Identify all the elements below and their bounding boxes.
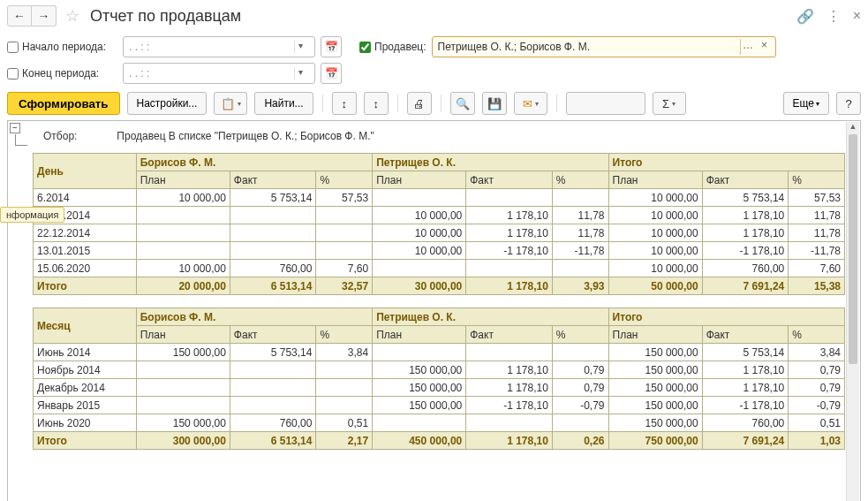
cell	[552, 189, 608, 207]
start-period-checkbox-wrap: Начало периода:	[7, 41, 117, 53]
generate-button[interactable]: Сформировать	[7, 92, 120, 115]
cell	[230, 379, 316, 397]
cell: 0,26	[552, 432, 608, 450]
date-cell: Июнь 2014	[34, 344, 137, 361]
cell: 1 178,10	[466, 432, 553, 450]
cell	[316, 224, 373, 242]
cell: 1 178,10	[466, 207, 553, 224]
close-icon[interactable]: ×	[853, 8, 861, 24]
collapse-all-toggle[interactable]: −	[10, 123, 20, 133]
start-period-dropdown-icon[interactable]: ▾	[298, 41, 311, 53]
cell: 3,93	[552, 277, 608, 295]
cell: -1 178,10	[702, 242, 789, 260]
nav-forward-button[interactable]: →	[32, 5, 57, 27]
end-calendar-button[interactable]: 📅	[321, 63, 342, 84]
cell: -1 178,10	[466, 397, 553, 414]
table-row: Июнь 2014150 000,005 753,143,84150 000,0…	[34, 344, 845, 361]
end-period-input[interactable]: . . : : ▾	[123, 63, 315, 84]
seller-select-button[interactable]: …	[740, 39, 756, 55]
toolbar-separator	[441, 95, 442, 112]
seller-checkbox-wrap: Продавец:	[359, 41, 426, 53]
vertical-scrollbar[interactable]: ▲ ▼	[846, 122, 859, 501]
end-period-checkbox[interactable]	[7, 68, 19, 80]
cell: 11,78	[552, 207, 608, 224]
filter-text: Продавец В списке "Петрищев О. К.; Борис…	[117, 130, 374, 142]
date-cell: Июнь 2020	[34, 414, 137, 432]
expand-levels-button[interactable]: ↕	[332, 92, 357, 115]
start-period-input[interactable]: . . : : ▾	[123, 36, 315, 57]
end-period-placeholder: . . : :	[129, 67, 149, 80]
cell	[373, 260, 466, 277]
cell: 10 000,00	[373, 207, 466, 224]
table-row: Декабрь 2014150 000,001 178,100,79150 00…	[34, 379, 845, 397]
cell: 6 513,14	[230, 432, 316, 450]
end-period-dropdown-icon[interactable]: ▾	[298, 67, 311, 80]
find-button[interactable]: Найти...	[254, 92, 313, 115]
date-cell: 22.12.2014	[34, 224, 137, 242]
save-button[interactable]: 💾	[482, 92, 507, 115]
cell: 5 753,14	[230, 189, 316, 207]
report-area: − Отбор: Продавец В списке "Петрищев О. …	[7, 120, 861, 501]
scroll-up-icon[interactable]: ▲	[847, 122, 859, 134]
link-icon[interactable]: 🔗	[796, 8, 814, 25]
seller-clear-button[interactable]: ×	[758, 39, 772, 55]
cell: 760,00	[230, 414, 316, 432]
cell	[230, 207, 316, 224]
cell	[466, 344, 553, 361]
blank-field[interactable]	[566, 92, 645, 115]
seller-input[interactable]: Петрищев О. К.; Борисов Ф. М. … ×	[432, 36, 776, 57]
cell	[552, 344, 608, 361]
cell: 0,79	[552, 379, 608, 397]
mail-icon: ✉	[523, 97, 532, 110]
seller-header: Борисов Ф. М.	[136, 154, 372, 171]
cell	[136, 242, 230, 260]
collapse-levels-button[interactable]: ↕	[364, 92, 389, 115]
titlebar-actions: 🔗 ⋮ ×	[796, 8, 861, 25]
cell: 11,78	[789, 207, 845, 224]
table-row: 21.11.201410 000,001 178,1011,7810 000,0…	[34, 207, 845, 224]
tree-line	[15, 134, 16, 145]
pct-header: %	[552, 326, 608, 344]
cell	[373, 414, 466, 432]
day-table: ДеньБорисов Ф. М.Петрищев О. К.ИтогоПлан…	[33, 153, 845, 295]
more-button[interactable]: Еще ▾	[783, 92, 829, 115]
sigma-button[interactable]: Σ	[653, 92, 686, 115]
cell: 10 000,00	[136, 260, 230, 277]
seller-header: Петрищев О. К.	[373, 308, 608, 326]
cell: 1 178,10	[702, 361, 789, 379]
help-button[interactable]: ?	[836, 92, 861, 115]
cell: 57,53	[789, 189, 845, 207]
seller-checkbox[interactable]	[359, 42, 371, 53]
cell	[316, 397, 373, 414]
cell: 50 000,00	[608, 277, 702, 295]
total-label: Итого	[34, 432, 137, 450]
paste-button[interactable]: 📋	[214, 92, 247, 115]
scroll-thumb-v[interactable]	[849, 134, 857, 364]
plan-header: План	[136, 171, 230, 189]
cell: -11,78	[552, 242, 608, 260]
cell: 7,60	[316, 260, 373, 277]
print-button[interactable]: 🖨	[407, 92, 432, 115]
sigma-icon: Σ	[662, 97, 669, 110]
cell: 1 178,10	[702, 379, 789, 397]
cell: 5 753,14	[702, 189, 789, 207]
start-calendar-button[interactable]: 📅	[321, 36, 342, 57]
cell: 1 178,10	[466, 224, 553, 242]
start-period-checkbox[interactable]	[7, 42, 19, 53]
cell	[316, 207, 373, 224]
menu-icon[interactable]: ⋮	[826, 8, 841, 25]
settings-button[interactable]: Настройки...	[127, 92, 208, 115]
preview-button[interactable]: 🔍	[450, 92, 475, 115]
fact-header: Факт	[230, 171, 316, 189]
cell	[230, 361, 316, 379]
plan-header: План	[136, 326, 230, 344]
nav-back-button[interactable]: ←	[7, 5, 32, 27]
table-row: 15.06.202010 000,00760,007,6010 000,0076…	[34, 260, 845, 277]
cell: 7 691,24	[702, 432, 789, 450]
cell: -0,79	[552, 397, 608, 414]
favorite-star-icon[interactable]: ☆	[62, 5, 83, 27]
mail-button[interactable]: ✉	[514, 92, 547, 115]
cell: 1 178,10	[466, 379, 553, 397]
cell: 3,84	[789, 344, 845, 361]
cell: -0,79	[789, 397, 845, 414]
